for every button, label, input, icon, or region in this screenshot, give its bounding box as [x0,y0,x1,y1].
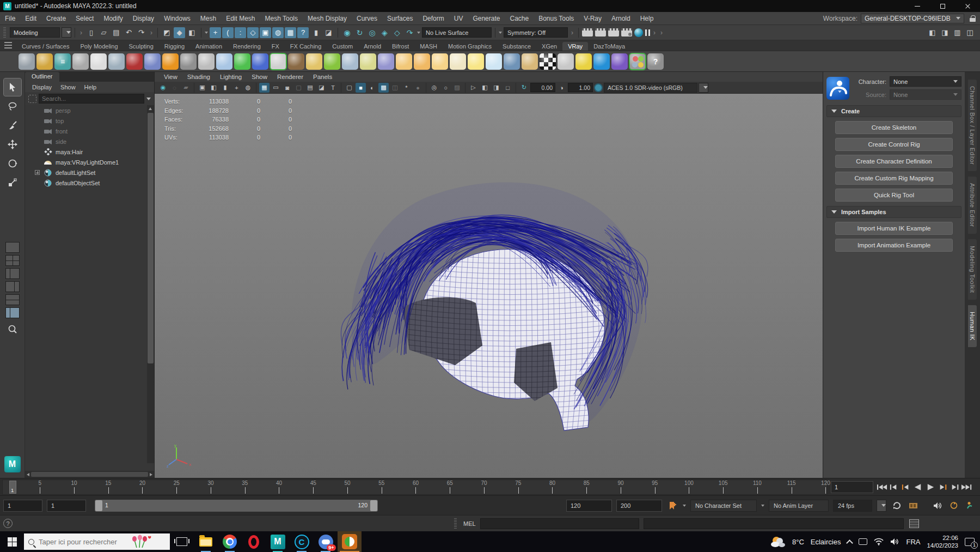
wire-on-shaded-icon[interactable]: ▩ [378,83,389,93]
vray-striped-ball-icon[interactable] [522,53,538,70]
vray-scene-manager-icon[interactable]: ≡ [54,53,71,70]
chevron-down-icon[interactable] [146,98,151,100]
sync-playback-icon[interactable] [948,500,960,511]
shelf-tab-custom[interactable]: Custom [327,42,358,51]
menu-surfaces[interactable]: Surfaces [382,15,418,22]
anti-alias-icon[interactable]: ▨ [452,83,462,93]
vray-physical-camera-icon[interactable] [126,53,143,70]
outliner-item-top[interactable]: top [25,116,154,126]
menu-set-selector[interactable]: Modeling [10,27,60,38]
range-end-handle[interactable] [370,500,377,511]
vray-blobby-icon[interactable] [216,53,232,70]
xray-icon[interactable]: ◌ [169,83,180,93]
input-connections-icon[interactable]: ◉ [341,27,353,38]
camera-select-icon[interactable]: ▣ [197,83,207,93]
taskbar-clock[interactable]: 22:06 14/02/2023 [927,534,958,550]
workspace-selector[interactable]: General-DESKTOP-C96IEDB [861,14,964,23]
image-plane-icon[interactable]: ◍ [243,83,253,93]
import-human-ik-example-button[interactable]: Import Human IK Example [835,222,953,235]
current-frame-marker[interactable]: 1 [9,481,16,494]
create-skeleton-button[interactable]: Create Skeleton [835,121,953,134]
daz-palette-icon[interactable] [611,53,628,70]
layout-single[interactable] [5,242,20,253]
grid-icon[interactable]: ▦ [259,83,270,93]
outliner-item-defaultobjectset[interactable]: defaultObjectSet [25,178,154,188]
fps-dropdown[interactable] [877,500,886,512]
loop-playback-icon[interactable] [891,500,903,511]
paint-select-tool[interactable] [4,117,21,134]
menu-modify[interactable]: Modify [99,15,127,22]
select-tool[interactable] [4,78,21,96]
chat-app-icon[interactable]: 9+ [314,531,338,552]
vray-frame-buffer-icon[interactable] [634,28,643,37]
filter-icon[interactable] [28,95,36,103]
open-render-view-icon[interactable] [582,28,593,37]
anim-layer-menu-icon[interactable] [761,505,764,507]
side-tab-channel-box-layer-editor[interactable]: Channel Box / Layer Editor [968,80,977,171]
vray-fur-icon[interactable] [324,53,340,70]
menu-v-ray[interactable]: V-Ray [579,15,607,22]
character-set-menu-icon[interactable] [683,505,686,507]
open-scene-icon[interactable]: ▱ [98,27,109,38]
select-hierarchy-icon[interactable]: ◩ [161,27,173,38]
play-backwards-button[interactable] [912,482,924,492]
go-to-end-button[interactable] [960,482,972,492]
magnifier-icon[interactable] [4,320,21,338]
shelf-tab-rendering[interactable]: Rendering [228,42,266,51]
workspace-lock-icon[interactable] [970,15,976,22]
notification-center-icon[interactable]: 1 [965,538,975,546]
film-gate-icon[interactable]: ▭ [271,83,281,93]
outliner-item-maya-hair[interactable]: maya:Hair [25,147,154,157]
weather-temperature[interactable]: 8°C [792,538,804,546]
bookmark-add-icon[interactable] [666,500,678,511]
outliner-item-side[interactable]: side [25,136,154,147]
shaded-icon[interactable]: ■ [356,83,366,93]
help-icon[interactable]: ? [3,519,13,528]
vray-rect-light-icon[interactable] [414,53,430,70]
character-selector[interactable]: None [890,76,961,87]
layout-two-stacked[interactable] [5,294,20,305]
menu-uv[interactable]: UV [449,15,468,22]
fps-selector[interactable]: 24 fps [833,500,872,512]
go-to-start-button[interactable] [877,482,888,492]
start-button[interactable] [0,531,24,552]
shelf-tab-fx-caching[interactable]: FX Caching [285,42,327,51]
lighting-icon[interactable]: * [401,83,412,93]
vray-light-meter-icon[interactable] [234,53,250,70]
vray-material-preview-icon[interactable] [270,53,286,70]
range-start-handle[interactable] [95,500,102,511]
vray-import-proxy-icon[interactable] [36,53,53,70]
valentine-doodle-icon[interactable] [130,535,152,549]
vray-sun-icon[interactable] [468,53,484,70]
use-default-material-icon[interactable]: ◫ [390,83,400,93]
shelf-tab-substance[interactable]: Substance [497,42,536,51]
snap-help-icon[interactable]: ? [297,27,309,38]
outliner-vertical-scrollbar[interactable] [147,105,154,463]
command-input[interactable] [480,518,639,529]
ipr-render-icon[interactable] [608,28,619,37]
rotate-tool[interactable] [4,155,21,172]
timeline-ruler[interactable]: 5101520253035404550556065707580859095100… [2,480,828,495]
viewport-menu-shading[interactable]: Shading [182,74,215,80]
c-app-icon[interactable]: C [290,531,314,552]
vray-clipper-icon[interactable] [198,53,215,70]
outliner-menu-help[interactable]: Help [81,84,101,90]
textured-icon[interactable]: ◐ [367,83,377,93]
shelf-tab-mash[interactable]: MASH [414,42,443,51]
save-scene-icon[interactable]: ▤ [111,27,122,38]
menu-help[interactable]: Help [635,15,659,22]
expand-icon[interactable] [35,170,40,175]
render-current-frame-icon[interactable] [595,28,606,37]
gamma-display-icon[interactable]: ◪ [316,83,327,93]
paint-flag-icon[interactable]: ▰ [181,83,191,93]
clip-editor-icon[interactable] [907,500,919,511]
vray-scanned-material-icon[interactable] [252,53,268,70]
weather-icon[interactable] [770,535,786,548]
snap-grid-icon[interactable]: + [210,27,221,38]
vray-camera-sphere-icon[interactable] [108,53,125,70]
section-header-import-samples[interactable]: Import Samples [826,206,961,218]
shelf-tab-xgen[interactable]: XGen [536,42,562,51]
viewport-renderer-icon[interactable]: ◉ [158,83,168,93]
shelf-tab-vray[interactable]: VRay [562,42,588,51]
vray-spot-light-icon[interactable] [450,53,466,70]
